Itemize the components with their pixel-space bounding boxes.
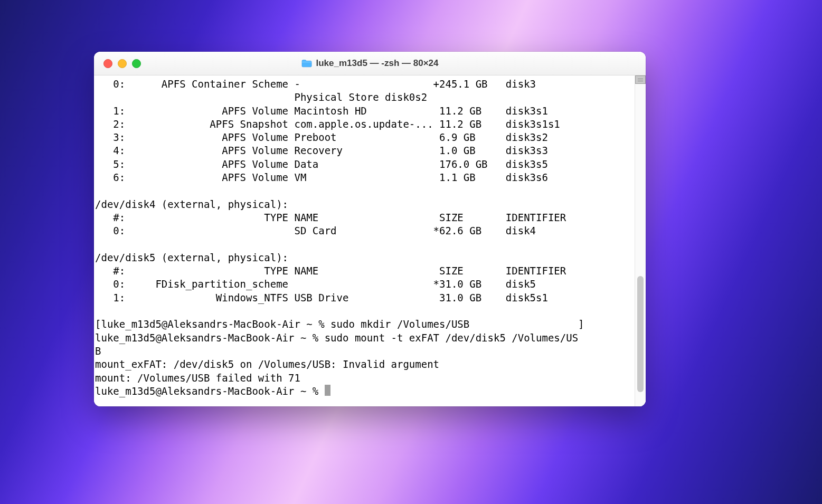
- close-button[interactable]: [103, 59, 112, 68]
- traffic-lights: [103, 59, 141, 68]
- terminal-body[interactable]: 0: APFS Container Scheme - +245.1 GB dis…: [94, 75, 646, 406]
- minimize-button[interactable]: [118, 59, 127, 68]
- window-title-text: luke_m13d5 — -zsh — 80×24: [316, 58, 439, 69]
- folder-icon: [301, 59, 312, 68]
- scrollbar[interactable]: [635, 75, 646, 406]
- window-title: luke_m13d5 — -zsh — 80×24: [94, 58, 646, 69]
- titlebar: luke_m13d5 — -zsh — 80×24: [94, 52, 646, 75]
- terminal-window: luke_m13d5 — -zsh — 80×24 0: APFS Contai…: [94, 52, 646, 406]
- terminal-output[interactable]: 0: APFS Container Scheme - +245.1 GB dis…: [94, 75, 635, 406]
- zoom-button[interactable]: [132, 59, 141, 68]
- scroll-marker-icon[interactable]: [635, 75, 646, 84]
- cursor: [325, 385, 330, 396]
- scroll-thumb[interactable]: [637, 276, 644, 392]
